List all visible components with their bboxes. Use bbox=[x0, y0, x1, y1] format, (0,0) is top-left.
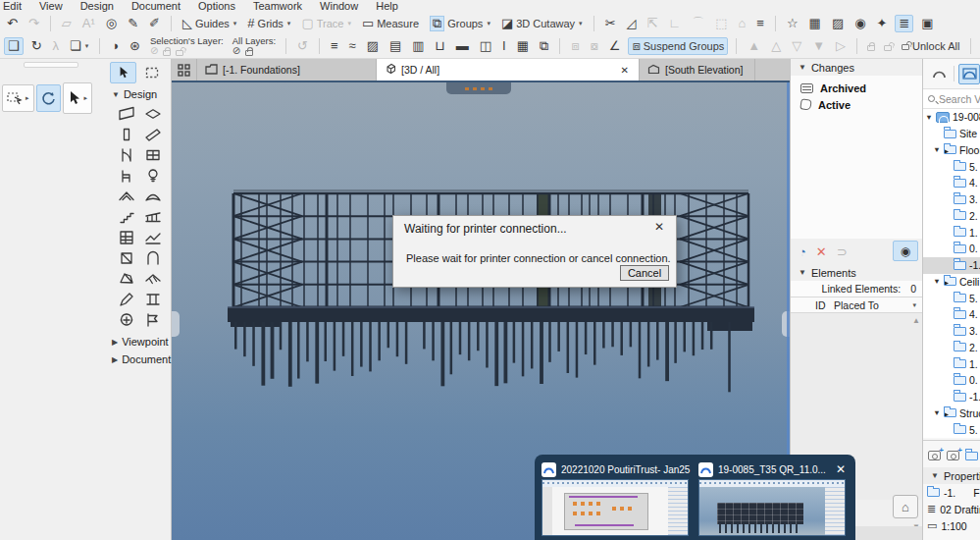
properties-row-1[interactable]: -1.F bbox=[923, 484, 980, 501]
window-preview-1[interactable]: 20221020 PoutiriTrust- Jan25 ... bbox=[542, 459, 691, 535]
attributes-icon[interactable]: ◉ bbox=[851, 16, 868, 31]
close-preview-icon[interactable]: ✕ bbox=[834, 462, 848, 476]
groups-button[interactable]: ⧉Groups▾ bbox=[427, 15, 493, 32]
3d-view-thumbnail[interactable] bbox=[698, 479, 846, 536]
shell-tool[interactable] bbox=[140, 187, 166, 206]
building-materials-icon[interactable]: ▦ bbox=[806, 16, 824, 31]
change-item-archived[interactable]: Archived bbox=[800, 80, 922, 96]
drafting-tool[interactable] bbox=[114, 290, 139, 309]
properties-row-3[interactable]: ▭1:100 bbox=[923, 517, 980, 534]
toolbox-section-viewpoint[interactable]: ▶ Viewpoint bbox=[106, 333, 171, 351]
tree-item-5-3[interactable]: 5. bbox=[923, 158, 980, 175]
find-select-icon[interactable]: ◎ bbox=[103, 16, 120, 31]
lamp-tool[interactable] bbox=[140, 166, 166, 186]
door-tool[interactable] bbox=[114, 145, 139, 165]
adjust-icon[interactable]: ◿ bbox=[624, 16, 640, 31]
toolbox-section-document[interactable]: ▶ Document bbox=[106, 351, 171, 368]
axonometry-button[interactable]: ⌂ bbox=[893, 495, 918, 518]
properties-header[interactable]: ▼ Properties bbox=[923, 467, 980, 484]
autogroup-icon[interactable]: ∠ bbox=[606, 38, 624, 54]
wall-tool[interactable] bbox=[114, 104, 139, 124]
elevate-icon[interactable]: ⌂ bbox=[735, 16, 748, 31]
ungroup-icon[interactable]: ⧇ bbox=[588, 38, 601, 54]
inject-parameters-icon[interactable]: ✐ bbox=[146, 16, 163, 31]
tree-item-Site-1[interactable]: Site bbox=[923, 126, 980, 142]
viewport-grab-handle[interactable] bbox=[446, 82, 511, 94]
orbit-mode-button[interactable] bbox=[36, 84, 61, 112]
skylight-tool[interactable] bbox=[140, 269, 166, 289]
hide-layer-icon[interactable]: ⊘ bbox=[150, 46, 158, 56]
tree-item-2-6[interactable]: 2. bbox=[923, 208, 980, 225]
expander-icon[interactable]: ▼ bbox=[925, 113, 933, 122]
tree-item-5-19[interactable]: 5. bbox=[923, 421, 980, 438]
view-map-icon[interactable] bbox=[958, 64, 980, 84]
undo-icon[interactable]: ↶ bbox=[4, 16, 21, 31]
changes-header[interactable]: ▼ Changes bbox=[791, 59, 922, 76]
copy-3d-icon[interactable]: ❏▾ bbox=[67, 38, 91, 54]
tree-item-Ceili-10[interactable]: ▼Ceili bbox=[923, 274, 980, 291]
unlock-layer-icon[interactable] bbox=[176, 50, 183, 56]
marquee-select-button[interactable]: ▸ bbox=[2, 84, 34, 112]
menu-design[interactable]: Design bbox=[80, 0, 114, 12]
bring-front-icon[interactable]: △ bbox=[768, 38, 784, 54]
view-tab-3[interactable]: [South Elevation] bbox=[640, 59, 755, 81]
delete-change-icon[interactable]: ✕ bbox=[816, 244, 827, 259]
wave-icon[interactable]: ≈ bbox=[346, 38, 359, 54]
group-icon[interactable]: ⧈ bbox=[568, 38, 582, 54]
toolbox-section-design[interactable]: ▼ Design bbox=[106, 85, 171, 103]
left-pane-handle[interactable] bbox=[172, 311, 180, 337]
slab-tool[interactable] bbox=[140, 104, 166, 124]
column-placed-to[interactable]: Placed To bbox=[834, 299, 879, 311]
properties-row-2[interactable]: ≣02 Drafting bbox=[923, 501, 980, 517]
camera-tool[interactable] bbox=[140, 310, 166, 330]
tab-overview-button[interactable] bbox=[172, 59, 197, 81]
dialog-close-icon[interactable]: ✕ bbox=[651, 220, 667, 234]
clone-folder-icon[interactable] bbox=[947, 451, 959, 460]
menu-window[interactable]: Window bbox=[320, 0, 358, 12]
lock-layer-icon[interactable] bbox=[867, 45, 875, 51]
renovation-icon[interactable]: ≣ bbox=[895, 15, 913, 32]
expander-icon[interactable]: ▼ bbox=[933, 408, 941, 417]
palette-grip[interactable] bbox=[24, 62, 78, 68]
arrow-select-tool[interactable] bbox=[110, 62, 136, 83]
roof-tool[interactable] bbox=[114, 187, 139, 206]
split-icon[interactable]: ✂ bbox=[602, 16, 619, 31]
tree-item--1-9[interactable]: -1. bbox=[923, 257, 980, 274]
menu-view[interactable]: View bbox=[39, 0, 63, 12]
morph-stack-icon[interactable]: ≡ bbox=[328, 38, 341, 54]
curtain-wall-tool[interactable] bbox=[114, 228, 139, 247]
favorites-apply-icon[interactable]: A¹ bbox=[79, 16, 98, 31]
3d-window-icon[interactable]: ❑ bbox=[4, 37, 24, 55]
expander-icon[interactable]: ▼ bbox=[933, 145, 941, 154]
menu-help[interactable]: Help bbox=[376, 0, 398, 12]
stretch-icon[interactable]: ⇱ bbox=[645, 16, 661, 31]
hatch-icon[interactable]: ▨ bbox=[364, 38, 382, 54]
marquee-tool[interactable] bbox=[138, 62, 165, 83]
tree-item-3-13[interactable]: 3. bbox=[923, 323, 980, 340]
tab-close-icon[interactable]: ✕ bbox=[619, 65, 631, 76]
elements-header[interactable]: ▼ Elements bbox=[791, 264, 922, 281]
profile-icon[interactable]: ◫ bbox=[477, 38, 494, 54]
menu-edit[interactable]: Edit bbox=[3, 0, 22, 12]
object-tool[interactable] bbox=[114, 166, 139, 186]
column-id[interactable]: ID bbox=[791, 299, 834, 311]
tree-item-4-4[interactable]: 4. bbox=[923, 175, 980, 191]
explore-icon[interactable]: λ bbox=[50, 38, 63, 54]
trace-button[interactable]: ▢Trace▾ bbox=[298, 16, 354, 31]
intersect-icon[interactable]: ∟ bbox=[665, 16, 684, 31]
morph-tool[interactable] bbox=[114, 269, 139, 289]
expander-icon[interactable]: ▼ bbox=[933, 277, 941, 286]
drag-copy-icon[interactable]: ▱ bbox=[59, 16, 75, 31]
graphic-override-icon[interactable]: ✦ bbox=[874, 16, 891, 31]
tree-item--1-17[interactable]: -1. bbox=[923, 389, 980, 405]
zone-tool[interactable] bbox=[114, 248, 139, 268]
beam-tool[interactable] bbox=[140, 125, 166, 144]
tree-item-1-7[interactable]: 1. bbox=[923, 224, 980, 241]
cutaway-button[interactable]: ◪3D Cutaway▾ bbox=[498, 16, 586, 31]
send-back-icon[interactable]: ▼ bbox=[809, 38, 828, 54]
menu-document[interactable]: Document bbox=[131, 0, 181, 12]
grids-button[interactable]: #Grids▾ bbox=[244, 16, 293, 31]
roller-icon[interactable]: ▬ bbox=[453, 38, 472, 54]
tree-item-Floor-2[interactable]: ▼Floor bbox=[923, 142, 980, 159]
view-tab-1[interactable]: [-1. Foundations] bbox=[197, 59, 377, 81]
